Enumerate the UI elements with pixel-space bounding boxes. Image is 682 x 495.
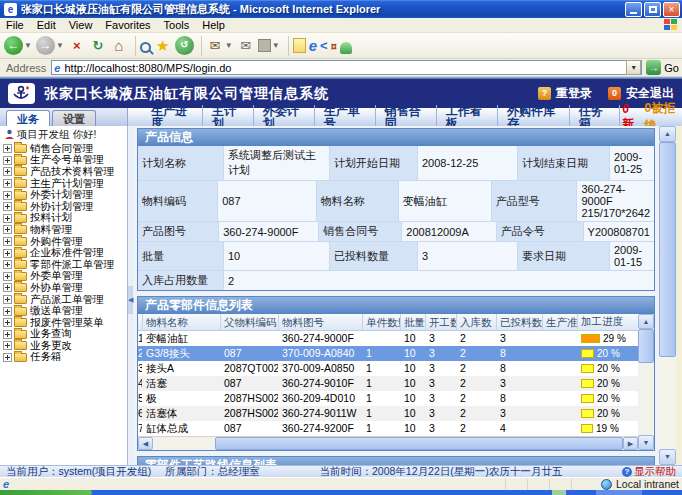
table-row[interactable]: 7缸体总成087360-274-9200F11032419 % xyxy=(138,421,638,436)
page-vscrollbar[interactable]: ▲ ▼ xyxy=(659,126,676,465)
menu-view[interactable]: View xyxy=(69,19,93,31)
edit-icon[interactable] xyxy=(258,39,271,52)
sidebar-item-business-change[interactable]: 业务更改 xyxy=(2,340,127,352)
favorites-icon[interactable]: ★ xyxy=(154,37,172,55)
parts-hscrollbar[interactable]: ◀ ▶ xyxy=(138,436,638,450)
menu-favorites[interactable]: Favorites xyxy=(105,19,150,31)
current-user-label: 当前用户： xyxy=(6,465,59,477)
scroll-up-icon[interactable]: ▲ xyxy=(638,314,654,329)
expand-icon[interactable] xyxy=(3,225,12,234)
expand-icon[interactable] xyxy=(3,283,12,292)
expand-icon[interactable] xyxy=(3,144,12,153)
address-field[interactable]: e ▼ xyxy=(51,60,642,75)
close-button[interactable]: × xyxy=(663,2,680,17)
expand-icon[interactable] xyxy=(3,260,12,269)
expand-icon[interactable] xyxy=(3,249,12,258)
expand-icon[interactable] xyxy=(3,318,12,327)
tab-settings[interactable]: 设置 xyxy=(52,110,96,126)
table-row[interactable]: 6活塞体2087HS002360-274-9011W11032320 % xyxy=(138,406,638,421)
go-button[interactable]: → Go xyxy=(646,60,679,75)
col-drawing-no[interactable]: 物料图号 xyxy=(279,314,363,330)
expand-icon[interactable] xyxy=(3,191,12,200)
scroll-right-icon[interactable]: ▶ xyxy=(623,437,638,450)
sidebar-splitter[interactable]: ◀ xyxy=(128,126,133,465)
vscroll-thumb[interactable] xyxy=(659,142,676,357)
plugin-icon[interactable]: < xyxy=(320,38,328,53)
mail-icon[interactable]: ✉ xyxy=(206,37,224,55)
table-row[interactable]: 5极2087HS002360-209-4D01011032820 % xyxy=(138,391,638,406)
nav-links: 生产进度 主计划 外委计划 生产单号 销售合同 工作看板 外购件库存 任务箱 0… xyxy=(128,108,682,126)
mail-dropdown-icon[interactable]: ▼ xyxy=(225,41,233,50)
field-value: 2008-12-25 xyxy=(418,146,518,180)
col-parent-code[interactable]: 父物料编码 xyxy=(221,314,279,330)
menu-help[interactable]: Help xyxy=(202,19,225,31)
show-help-link[interactable]: ? 显示帮助 xyxy=(622,465,676,479)
col-progress[interactable]: 加工进度 xyxy=(578,314,638,330)
folder-icon xyxy=(14,191,27,200)
folder-icon xyxy=(14,295,27,304)
scroll-up-icon[interactable]: ▲ xyxy=(659,126,676,142)
notes-icon[interactable] xyxy=(293,38,306,53)
col-stocked[interactable]: 入库数 xyxy=(457,314,497,330)
expand-icon[interactable] xyxy=(3,167,12,176)
col-started[interactable]: 开工数 xyxy=(426,314,457,330)
messenger-icon[interactable] xyxy=(340,42,352,54)
col-batch[interactable]: 批量 xyxy=(401,314,426,330)
address-input[interactable] xyxy=(64,62,626,74)
refresh-icon[interactable]: ↻ xyxy=(89,37,107,55)
scroll-down-icon[interactable]: ▼ xyxy=(659,449,676,465)
title-bar: e 张家口长城液压油缸有限公司管理信息系统 - Microsoft Intern… xyxy=(0,0,682,18)
menu-tools[interactable]: Tools xyxy=(164,19,190,31)
expand-icon[interactable] xyxy=(3,272,12,281)
forward-dropdown-icon[interactable]: ▼ xyxy=(56,41,64,50)
back-icon[interactable]: ← xyxy=(4,36,23,55)
expand-icon[interactable] xyxy=(3,214,12,223)
col-fed[interactable]: 已投料数 xyxy=(497,314,543,330)
expand-icon[interactable] xyxy=(3,295,12,304)
scroll-down-icon[interactable]: ▼ xyxy=(638,435,654,450)
col-unit-qty[interactable]: 单件数量 xyxy=(363,314,401,330)
col-prep[interactable]: 生产准备 xyxy=(543,314,578,330)
table-row-selected[interactable]: 2G3/8接头087370-009-A084011032820 % xyxy=(138,346,638,361)
search-icon[interactable] xyxy=(140,42,151,53)
expand-icon[interactable] xyxy=(3,179,12,188)
minimize-button[interactable] xyxy=(625,2,642,17)
history-icon[interactable]: ↺ xyxy=(175,36,194,55)
current-time: 2008年12月22日(星期一)农历十一月廿五 xyxy=(372,465,562,477)
hscroll-thumb[interactable] xyxy=(215,437,623,450)
collapse-sidebar-icon[interactable]: ◀ xyxy=(128,286,133,314)
intranet-globe-icon xyxy=(601,479,612,490)
maximize-button[interactable] xyxy=(644,2,661,17)
expand-icon[interactable] xyxy=(3,156,12,165)
parts-vscrollbar[interactable]: ▲ ▼ xyxy=(638,314,654,450)
expand-icon[interactable] xyxy=(3,330,12,339)
table-row[interactable]: 1变幅油缸360-274-9000F1032329 % xyxy=(138,331,638,346)
col-material-name[interactable]: 物料名称 xyxy=(143,314,221,330)
expand-icon[interactable] xyxy=(3,202,12,211)
stop-icon[interactable]: × xyxy=(68,37,86,55)
address-dropdown-icon[interactable]: ▼ xyxy=(626,60,641,75)
sidebar-item-task-box[interactable]: 任务箱 xyxy=(2,352,127,364)
expand-icon[interactable] xyxy=(3,307,12,316)
start-button[interactable] xyxy=(0,490,92,495)
menu-file[interactable]: File xyxy=(6,19,24,31)
forward-icon[interactable]: → xyxy=(36,36,55,55)
home-icon[interactable]: ⌂ xyxy=(110,37,128,55)
scroll-left-icon[interactable]: ◀ xyxy=(138,437,153,450)
expand-icon[interactable] xyxy=(3,341,12,350)
company-logo xyxy=(8,83,35,104)
edit-dropdown-icon[interactable]: ▼ xyxy=(272,41,280,50)
back-dropdown-icon[interactable]: ▼ xyxy=(24,41,32,50)
vscroll-thumb[interactable] xyxy=(638,329,654,363)
print-icon[interactable]: ✉ xyxy=(237,37,255,55)
relogin-button[interactable]: ? 重登录 xyxy=(538,85,592,102)
table-row[interactable]: 3接头A2087QT002370-009-A085011032820 % xyxy=(138,361,638,376)
tab-zone: 业务 设置 xyxy=(0,108,128,126)
expand-icon[interactable] xyxy=(3,237,12,246)
messenger-e-icon[interactable]: e xyxy=(309,37,317,54)
plugin2-icon[interactable]: ¤ xyxy=(331,40,337,52)
expand-icon[interactable] xyxy=(3,353,12,362)
menu-edit[interactable]: Edit xyxy=(37,19,56,31)
table-row[interactable]: 4活塞087360-274-9010F11032320 % xyxy=(138,376,638,391)
tab-business[interactable]: 业务 xyxy=(6,110,50,126)
